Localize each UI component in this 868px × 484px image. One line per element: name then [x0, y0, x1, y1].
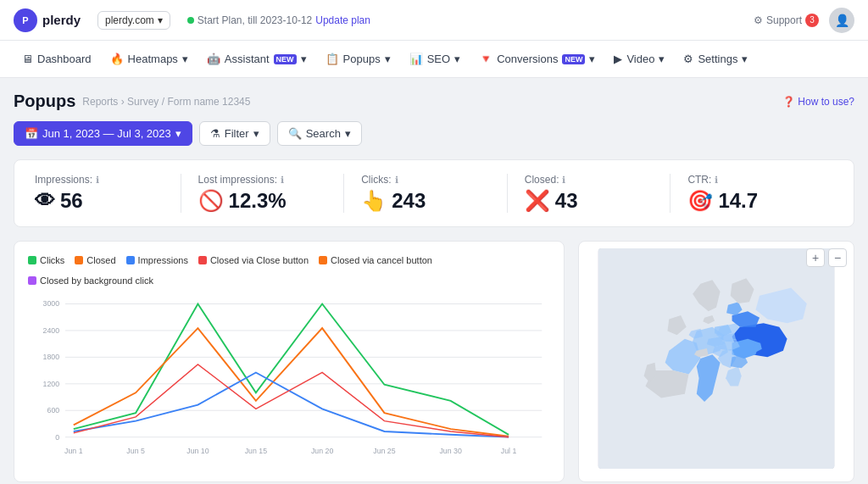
legend-label-closed-close: Closed via Close button	[210, 255, 309, 265]
seo-chevron-icon	[454, 53, 460, 65]
calendar-icon: 📅	[25, 127, 38, 140]
search-button[interactable]: 🔍 Search	[277, 121, 362, 146]
legend-closed-cancel: Closed via cancel button	[319, 255, 432, 265]
how-to-use-link[interactable]: ❓ How to use?	[782, 96, 854, 108]
lost-impressions-icon: 🚫	[198, 189, 224, 213]
chart-legend: Clicks Closed Impressions Closed via Clo…	[28, 255, 550, 286]
metric-closed-label: Closed: ℹ	[525, 174, 654, 186]
page-title: Popups	[14, 92, 75, 111]
metric-ctr-value: 🎯 14.7	[687, 189, 816, 213]
svg-text:Jun 25: Jun 25	[373, 447, 396, 455]
line-chart-card: Clicks Closed Impressions Closed via Clo…	[14, 241, 565, 482]
logo-icon: P	[14, 8, 37, 32]
assistant-chevron-icon	[301, 53, 307, 65]
date-range-text: Jun 1, 2023 — Jul 3, 2023	[42, 127, 171, 140]
metric-clicks-label: Clicks: ℹ	[361, 174, 490, 186]
search-chevron-icon	[345, 127, 351, 140]
nav-label-dashboard: Dashboard	[37, 53, 92, 65]
legend-label-impressions: Impressions	[138, 255, 188, 265]
support-icon: ⚙	[754, 14, 763, 26]
logo: P plerdy	[14, 8, 81, 32]
support-button[interactable]: ⚙ Support 3	[754, 14, 819, 27]
metric-lost-impressions-label: Lost impressions: ℹ	[198, 174, 327, 186]
metric-closed: Closed: ℹ ❌ 43	[508, 174, 671, 213]
nav-label-settings: Settings	[698, 53, 737, 65]
support-label: Support	[766, 14, 802, 26]
nav-item-seo[interactable]: 📊 SEO	[401, 47, 469, 70]
legend-dot-clicks	[28, 256, 36, 264]
dashboard-icon: 🖥	[22, 53, 33, 65]
plan-info: Start Plan, till 2023-10-12 Update plan	[187, 14, 370, 26]
map-controls: + −	[806, 248, 847, 267]
map-zoom-in-button[interactable]: +	[806, 248, 825, 267]
filter-chevron-icon	[253, 127, 259, 140]
svg-text:600: 600	[47, 406, 59, 414]
user-avatar[interactable]: 👤	[829, 8, 854, 33]
info-icon-5: ℹ	[715, 175, 718, 186]
map-card: + −	[578, 241, 854, 482]
nav-label-assistant: Assistant	[225, 53, 270, 65]
europe-map	[586, 248, 847, 469]
legend-dot-impressions	[126, 256, 135, 264]
nav-item-dashboard[interactable]: 🖥 Dashboard	[14, 47, 100, 70]
nav-label-seo: SEO	[427, 53, 450, 65]
top-bar: P plerdy plerdy.com Start Plan, till 202…	[0, 0, 868, 41]
svg-text:0: 0	[55, 433, 59, 442]
plan-status-dot	[187, 17, 194, 24]
legend-clicks: Clicks	[28, 255, 64, 265]
svg-text:1800: 1800	[43, 353, 60, 361]
popups-chevron-icon	[385, 53, 391, 65]
conversions-new-badge: NEW	[562, 54, 585, 64]
settings-icon: ⚙	[683, 53, 693, 65]
filter-icon: ⚗	[210, 127, 220, 140]
logo-text: plerdy	[42, 13, 81, 27]
domain-chevron-icon	[158, 14, 163, 26]
metric-lost-impressions-value: 🚫 12.3%	[198, 189, 327, 213]
metric-clicks-value: 👆 243	[361, 189, 490, 213]
main-nav: 🖥 Dashboard 🔥 Heatmaps 🤖 Assistant NEW 📋…	[0, 41, 868, 78]
svg-text:3000: 3000	[43, 299, 60, 308]
svg-text:Jun 10: Jun 10	[186, 447, 209, 455]
legend-closed: Closed	[75, 255, 115, 265]
heatmaps-icon: 🔥	[110, 53, 124, 65]
legend-label-closed-cancel: Closed via cancel button	[331, 255, 432, 265]
filter-button[interactable]: ⚗ Filter	[199, 121, 270, 146]
clicks-icon: 👆	[361, 189, 387, 213]
impressions-icon: 👁	[35, 189, 55, 213]
nav-item-video[interactable]: ▶ Video	[605, 47, 673, 70]
legend-dot-closed-cancel	[319, 256, 327, 264]
legend-dot-closed-bg	[28, 276, 36, 285]
ctr-icon: 🎯	[687, 189, 713, 213]
info-icon-2: ℹ	[281, 175, 284, 186]
metric-impressions-value: 👁 56	[35, 189, 164, 213]
top-bar-right: ⚙ Support 3 👤	[754, 8, 854, 33]
video-icon: ▶	[614, 53, 622, 65]
metric-impressions: Impressions: ℹ 👁 56	[35, 174, 181, 213]
svg-text:1200: 1200	[43, 380, 60, 388]
nav-label-conversions: Conversions	[497, 53, 558, 65]
svg-text:Jul 1: Jul 1	[501, 447, 517, 455]
update-plan-link[interactable]: Update plan	[315, 14, 370, 26]
nav-item-assistant[interactable]: 🤖 Assistant NEW	[198, 47, 315, 70]
nav-label-video: Video	[626, 53, 654, 65]
page-content: Popups Reports › Survey / Form name 1234…	[0, 78, 868, 484]
line-chart: 3000 2400 1800 1200 600 0 Jun 1 Jun 5 Ju…	[28, 296, 550, 465]
info-icon: ℹ	[96, 175, 99, 186]
nav-item-conversions[interactable]: 🔻 Conversions NEW	[470, 47, 604, 70]
closed-icon: ❌	[525, 189, 550, 213]
nav-item-heatmaps[interactable]: 🔥 Heatmaps	[102, 47, 197, 70]
nav-item-settings[interactable]: ⚙ Settings	[675, 47, 756, 70]
page-title-row: Popups Reports › Survey / Form name 1234…	[14, 92, 250, 111]
nav-item-popups[interactable]: 📋 Popups	[317, 47, 399, 70]
filter-bar: 📅 Jun 1, 2023 — Jul 3, 2023 ⚗ Filter 🔍 S…	[14, 121, 854, 146]
legend-label-closed-bg: Closed by background click	[40, 275, 153, 286]
metric-ctr: CTR: ℹ 🎯 14.7	[670, 174, 833, 213]
date-chevron-icon	[175, 127, 181, 140]
legend-closed-bg: Closed by background click	[28, 275, 153, 286]
domain-selector[interactable]: plerdy.com	[97, 11, 170, 30]
domain-text: plerdy.com	[105, 14, 154, 26]
map-zoom-out-button[interactable]: −	[828, 248, 847, 267]
date-range-button[interactable]: 📅 Jun 1, 2023 — Jul 3, 2023	[14, 121, 192, 146]
legend-dot-closed	[75, 256, 83, 264]
search-icon: 🔍	[288, 127, 302, 140]
